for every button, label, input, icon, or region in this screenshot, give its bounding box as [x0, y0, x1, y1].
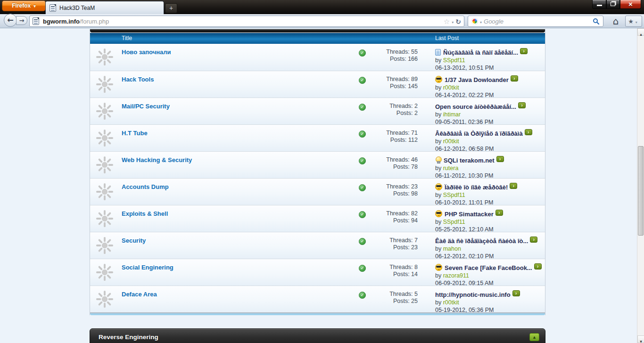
last-post-user-link[interactable]: ihtimar [443, 111, 461, 118]
page-icon [435, 49, 441, 56]
bookmarks-button[interactable] [625, 16, 642, 27]
forum-sunburst-icon [96, 183, 114, 203]
by-label: by [435, 165, 441, 172]
reload-icon[interactable] [455, 17, 461, 26]
forum-sunburst-icon [96, 210, 114, 229]
last-post-user-link[interactable]: rutera [443, 165, 459, 172]
thread-post-counts: Threads: 71 Posts: 112 [347, 130, 418, 144]
thread-post-counts: Threads: 2 Posts: 2 [347, 103, 418, 117]
goto-last-post-icon[interactable] [512, 290, 520, 296]
forum-title-link[interactable]: Accounts Dump [122, 183, 169, 190]
table-header: Title Last Post [90, 33, 545, 44]
last-post-title-link[interactable]: Âêàðâàìå íà Òðîÿíåö â ïðîãðàìà [435, 130, 523, 137]
forum-title-link[interactable]: H.T Tube [122, 130, 148, 137]
window-controls [592, 0, 641, 9]
last-post-title-link[interactable]: Êàê äà ñè ïðåäïàçèòå ñàéòà îò... [435, 237, 528, 245]
home-button[interactable] [609, 15, 622, 28]
column-header-last-post: Last Post [435, 33, 459, 44]
last-post-user-link[interactable]: SSpdf11 [443, 57, 465, 64]
last-post-user-link[interactable]: r00tkit [443, 138, 459, 145]
last-post-cell: 1/37 Java Dowloander by r00tkit 06-14-20… [435, 75, 544, 99]
forum-sunburst-icon [96, 75, 114, 95]
forum-title-link[interactable]: Deface Area [122, 291, 157, 298]
restore-button[interactable] [606, 0, 620, 9]
firefox-menu-label: Firefox [12, 2, 31, 9]
forum-sunburst-icon [96, 237, 114, 256]
goto-last-post-icon[interactable] [518, 102, 526, 108]
back-button[interactable]: ← [4, 14, 17, 27]
forum-title-link[interactable]: Social Enginering [122, 264, 173, 271]
by-label: by [435, 192, 441, 198]
last-post-user-link[interactable]: SSpdf11 [443, 219, 465, 225]
last-post-title-link[interactable]: Seven Face [Fake FaceBook... [445, 264, 532, 271]
scrollbar[interactable] [637, 28, 644, 343]
url-bar[interactable]: bgworm.info/forum.php [29, 16, 464, 27]
goto-last-post-icon[interactable] [496, 156, 504, 162]
last-post-title-link[interactable]: http://hypnotic-music.info [435, 291, 511, 298]
scroll-up-icon[interactable] [637, 28, 644, 36]
last-post-user-link[interactable]: razora911 [443, 272, 469, 279]
last-post-cell: Ïàðîëè îò íîâè æåðòâè! by SSpdf11 06-10-… [435, 183, 544, 206]
last-post-user-link[interactable]: mahon [443, 245, 461, 252]
goto-last-post-icon[interactable] [534, 263, 542, 270]
goto-last-post-icon[interactable] [520, 48, 528, 54]
by-label: by [435, 219, 441, 225]
thread-post-counts: Threads: 8 Posts: 14 [347, 264, 418, 278]
tab-hack3d-team[interactable]: Hack3D TeaM [45, 1, 164, 14]
minimize-button[interactable] [592, 0, 606, 9]
by-label: by [435, 84, 441, 91]
last-post-title-link[interactable]: SQLi terakom.net [444, 157, 495, 164]
search-placeholder: Google [484, 18, 593, 25]
last-post-title-link[interactable]: Open source àíòèêðàæáåí... [435, 103, 516, 110]
goto-last-post-icon[interactable] [525, 129, 532, 135]
last-post-user-link[interactable]: r00tkit [443, 84, 459, 91]
last-post-title-link[interactable]: Ñúçäàâàìå íà ñàìï äåëåäí... [443, 49, 518, 56]
by-label: by [435, 138, 441, 145]
last-post-cell: Ñúçäàâàìå íà ñàìï äåëåäí... by SSpdf11 0… [435, 48, 544, 72]
last-post-title-link[interactable]: 1/37 Java Dowloander [445, 76, 509, 83]
forward-button[interactable]: → [16, 16, 27, 25]
chevron-down-icon[interactable] [450, 17, 455, 25]
threads-count: Threads: 89 [347, 76, 418, 83]
url-path: /forum.php [80, 18, 109, 25]
forum-title-link[interactable]: Mail/PC Security [122, 103, 170, 110]
forum-title-link[interactable]: Security [122, 237, 146, 244]
chevron-down-icon[interactable] [478, 17, 484, 25]
forum-table: Title Last Post Ново започнали Threads: … [90, 29, 545, 315]
forum-sunburst-icon [96, 263, 114, 283]
forum-title-link[interactable]: Web Hacking & Security [122, 156, 192, 163]
close-button[interactable] [620, 0, 641, 9]
forum-title-link[interactable]: Ново започнали [122, 49, 171, 56]
column-header-title: Title [122, 33, 132, 44]
goto-last-post-icon[interactable] [511, 75, 518, 82]
forum-row: Deface Area Threads: 5 Posts: 25 http://… [90, 286, 545, 312]
forum-title-link[interactable]: Hack Tools [122, 76, 154, 83]
scrollbar-thumb[interactable] [638, 146, 644, 236]
last-post-user-link[interactable]: r00tkit [443, 299, 459, 306]
last-post-user-link[interactable]: SSpdf11 [443, 192, 465, 198]
thread-post-counts: Threads: 55 Posts: 166 [347, 49, 418, 63]
forum-sunburst-icon [96, 156, 114, 176]
by-label: by [435, 111, 441, 118]
search-magnifier-icon[interactable] [593, 18, 600, 25]
firefox-menu-button[interactable]: Firefox [2, 0, 46, 11]
goto-last-post-icon[interactable] [530, 237, 537, 243]
thread-post-counts: Threads: 5 Posts: 25 [347, 291, 418, 305]
search-box[interactable]: Google [468, 16, 603, 27]
last-post-title-link[interactable]: PHP Simattacker [445, 211, 494, 218]
goto-last-post-icon[interactable] [495, 210, 503, 216]
forum-row: Social Enginering Threads: 8 Posts: 14 S… [90, 259, 545, 286]
goto-last-post-icon[interactable] [510, 183, 517, 189]
url-text[interactable]: bgworm.info/forum.php [43, 18, 444, 25]
collapse-toggle-button[interactable] [529, 333, 539, 341]
site-favicon-icon [33, 17, 39, 25]
bookmark-star-icon[interactable] [444, 17, 450, 26]
forum-title-link[interactable]: Exploits & Shell [122, 210, 168, 217]
last-post-cell: Êàê äà ñè ïðåäïàçèòå ñàéòà îò... by maho… [435, 237, 544, 260]
last-post-title-link[interactable]: Ïàðîëè îò íîâè æåðòâè! [445, 184, 508, 191]
threads-count: Threads: 8 [347, 264, 418, 271]
category-header-reverse-enginering[interactable]: Reverse Enginering [90, 328, 545, 343]
new-tab-button[interactable]: + [165, 3, 177, 13]
page-content: Title Last Post Ново започнали Threads: … [0, 28, 644, 343]
scroll-down-icon[interactable] [637, 335, 644, 343]
